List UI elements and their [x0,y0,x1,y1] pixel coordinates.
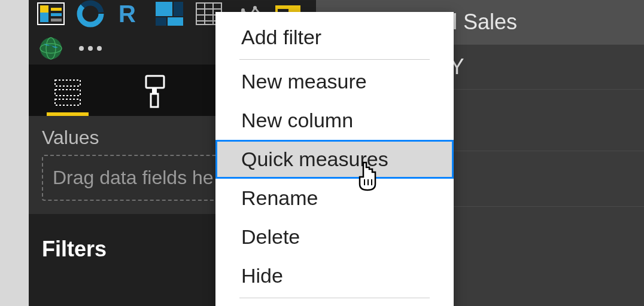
donut-icon[interactable] [74,0,107,27]
svg-rect-32 [55,99,80,105]
more-icon[interactable] [74,35,107,62]
svg-rect-11 [156,17,166,26]
menu-delete[interactable]: Delete [215,218,454,256]
svg-rect-31 [55,90,80,96]
menu-rename[interactable]: Rename [215,179,454,218]
svg-rect-10 [174,2,183,16]
menu-add-filter[interactable]: Add filter [215,18,454,57]
treemap-icon[interactable] [153,0,186,27]
svg-rect-2 [40,5,48,13]
svg-rect-4 [51,13,62,16]
svg-rect-33 [146,76,164,88]
svg-rect-9 [156,2,172,16]
svg-rect-5 [51,19,62,22]
svg-point-27 [79,46,84,51]
menu-hide[interactable]: Hide [215,256,454,295]
menu-separator [239,298,430,298]
svg-rect-35 [151,94,158,107]
svg-rect-12 [168,17,183,26]
stacked-area-icon[interactable] [35,0,67,27]
context-menu: Add filter New measure New column Quick … [215,12,454,306]
tab-fields[interactable] [47,71,89,116]
tab-format[interactable] [130,71,172,116]
menu-quick-measures[interactable]: Quick measures [215,140,454,179]
svg-point-29 [97,46,102,51]
svg-rect-30 [55,80,80,86]
menu-separator [239,59,430,60]
r-visual-icon[interactable]: R [114,0,146,27]
svg-point-20 [253,6,257,10]
svg-point-28 [88,46,93,51]
menu-new-measure[interactable]: New measure [215,62,454,101]
globe-icon[interactable] [35,35,67,62]
app-root: R x [0,0,644,306]
menu-new-column[interactable]: New column [215,101,454,140]
svg-rect-3 [51,8,62,11]
svg-point-24 [40,38,62,59]
svg-text:R: R [119,2,136,26]
left-gutter [0,0,29,306]
